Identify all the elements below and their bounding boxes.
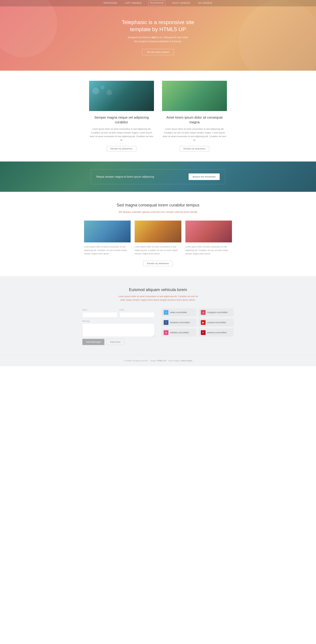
pinterest-label: pinterest.com/untitled: [207, 331, 226, 334]
footer-demo-prefix: Demo Images:: [168, 360, 180, 362]
instagram-label: instagram.com/untitled: [207, 311, 228, 314]
name-input[interactable]: [82, 312, 117, 318]
social-pinterest[interactable]: P pinterest.com/untitled: [199, 328, 234, 337]
instagram-icon: ◎: [201, 310, 206, 315]
col-left-image: [89, 81, 154, 111]
form-name-email-row: Name Email: [82, 308, 155, 318]
banner-inner: Neque semper magna et lorem ipsum adipis…: [91, 169, 225, 184]
message-field: Message: [82, 320, 155, 337]
social-grid: t twitter.com/untitled ◎ instagram.com/u…: [161, 308, 234, 337]
three-col-title: Sed magna consequat lorem curabitur temp…: [84, 202, 232, 208]
main-nav: Dropdown Left Sidebar TELEPHASIC Right S…: [0, 0, 316, 6]
email-field: Email: [119, 308, 155, 318]
footer-design-prefix: Design:: [150, 360, 156, 362]
footer: © Untitled. All rights reserved. Design:…: [0, 355, 316, 366]
col-right-image: [162, 81, 227, 111]
social-twitter[interactable]: t twitter.com/untitled: [161, 308, 197, 316]
form-inner: Euismod aliquam vehicula lorem Lorem ips…: [82, 286, 234, 345]
col3-2-image: [135, 220, 181, 242]
form-grid: Name Email Message Send Message Clear fo…: [82, 308, 234, 345]
col-left-body: Lorem ipsum dolor sit amet consectetur e…: [89, 127, 154, 142]
col-right-button[interactable]: Elevate my awareness: [180, 146, 209, 152]
social-instagram[interactable]: ◎ instagram.com/untitled: [199, 308, 234, 316]
twitter-icon: t: [164, 310, 168, 315]
col3-1: Lorem ipsum dolor sit amet consectetur e…: [84, 220, 131, 256]
footer-html5up-link[interactable]: HTML5 UP: [157, 360, 166, 362]
col3-2-body: Lorem ipsum dolor sit amet consectetur e…: [135, 245, 181, 256]
col-right: Amet lorem ipsum dolor sit consequat mag…: [162, 81, 227, 152]
form-section: Euismod aliquam vehicula lorem Lorem ips…: [0, 276, 316, 355]
banner-section: Neque semper magna et lorem ipsum adipis…: [0, 162, 316, 192]
col-left: Semper magna neque vel adipiscing curabi…: [89, 81, 154, 152]
hero-description: Designed and built on skel by AJ. Releas…: [128, 36, 188, 44]
clear-form-button[interactable]: Clear form: [106, 339, 124, 345]
col-left-button[interactable]: Elevate my awareness: [107, 146, 136, 152]
youtube-label: youtube.com/untitled: [207, 321, 226, 324]
nav-item-dropdown[interactable]: Dropdown: [102, 1, 119, 6]
footer-felicia-link[interactable]: Felicia Simion: [181, 360, 192, 362]
col3-3-image: [185, 220, 232, 242]
three-col-button[interactable]: Elevate my awareness: [143, 261, 173, 266]
three-col-grid: Lorem ipsum dolor sit amet consectetur e…: [84, 220, 232, 256]
two-col-section: Semper magna neque vel adipiscing curabi…: [82, 71, 234, 162]
facebook-icon: f: [164, 320, 168, 325]
hero-cta-button[interactable]: Get this party started: [142, 49, 174, 55]
col-left-title: Semper magna neque vel adipiscing curabi…: [89, 115, 154, 124]
col3-3-body: Lorem ipsum dolor sit amet consectetur e…: [185, 245, 232, 256]
col3-3: Lorem ipsum dolor sit amet consectetur e…: [185, 220, 232, 256]
send-message-button[interactable]: Send Message: [82, 339, 104, 345]
col3-1-image: [84, 220, 131, 242]
col3-1-body: Lorem ipsum dolor sit amet consectetur e…: [84, 245, 131, 256]
email-input[interactable]: [119, 312, 155, 318]
message-input[interactable]: [82, 323, 155, 337]
social-dribbble[interactable]: ● dribbble.com/untitled: [161, 328, 197, 337]
facebook-label: facebook.com/untitled: [170, 321, 190, 324]
pinterest-icon: P: [201, 330, 206, 335]
form-title: Euismod aliquam vehicula lorem: [82, 286, 234, 293]
col-right-body: Lorem ipsum dolor sit amet consectetur e…: [162, 127, 227, 142]
footer-copy: © Untitled. All rights reserved.: [124, 360, 148, 362]
col3-2: Lorem ipsum dolor sit amet consectetur e…: [135, 220, 181, 256]
form-subtitle: Lorem ipsum dolor sit amet consectetur e…: [82, 295, 234, 302]
dribbble-icon: ●: [164, 330, 168, 335]
col-right-title: Amet lorem ipsum dolor sit consequat mag…: [162, 115, 227, 124]
name-label: Name: [82, 308, 117, 312]
social-youtube[interactable]: ▶ youtube.com/untitled: [199, 318, 234, 326]
three-col-section: Sed magna consequat lorem curabitur temp…: [77, 192, 239, 276]
name-field: Name: [82, 308, 117, 318]
email-label: Email: [119, 308, 155, 312]
youtube-icon: ▶: [201, 320, 206, 325]
hero-section: Telephasic is a responsive site template…: [0, 0, 316, 71]
nav-item-left-sidebar[interactable]: Left Sidebar: [124, 1, 143, 6]
social-facebook[interactable]: f facebook.com/untitled: [161, 318, 197, 326]
banner-button[interactable]: Breach the thresholds: [189, 174, 220, 180]
banner-text: Neque semper magna et lorem ipsum adipis…: [96, 175, 154, 179]
dribbble-label: dribbble.com/untitled: [170, 331, 189, 334]
hero-title: Telephasic is a responsive site template…: [118, 19, 198, 33]
twitter-label: twitter.com/untitled: [170, 311, 187, 314]
social-links: t twitter.com/untitled ◎ instagram.com/u…: [161, 308, 234, 345]
nav-item-right-sidebar[interactable]: Right Sidebar: [171, 1, 191, 6]
nav-item-telephasic[interactable]: TELEPHASIC: [148, 1, 166, 6]
three-col-btn-wrap: Elevate my awareness: [84, 261, 232, 266]
message-label: Message: [82, 320, 155, 323]
nav-item-no-sidebar[interactable]: No Sidebar: [197, 1, 214, 6]
form-left: Name Email Message Send Message Clear fo…: [82, 308, 155, 345]
three-col-subtitle: Elit aliquam vulputate egestas euismod n…: [84, 210, 232, 214]
form-buttons: Send Message Clear form: [82, 339, 155, 345]
